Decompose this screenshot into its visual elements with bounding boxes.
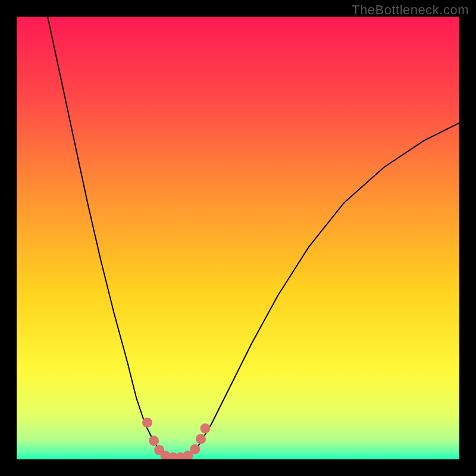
chart-svg xyxy=(17,17,459,459)
data-marker xyxy=(200,423,210,433)
watermark-text: TheBottleneck.com xyxy=(352,2,469,18)
data-marker xyxy=(196,434,206,444)
plot-area xyxy=(17,17,459,459)
data-marker xyxy=(142,418,152,428)
plot-background xyxy=(17,17,459,459)
chart-container: TheBottleneck.com xyxy=(0,0,476,476)
data-marker xyxy=(190,444,200,454)
data-marker xyxy=(149,436,159,446)
